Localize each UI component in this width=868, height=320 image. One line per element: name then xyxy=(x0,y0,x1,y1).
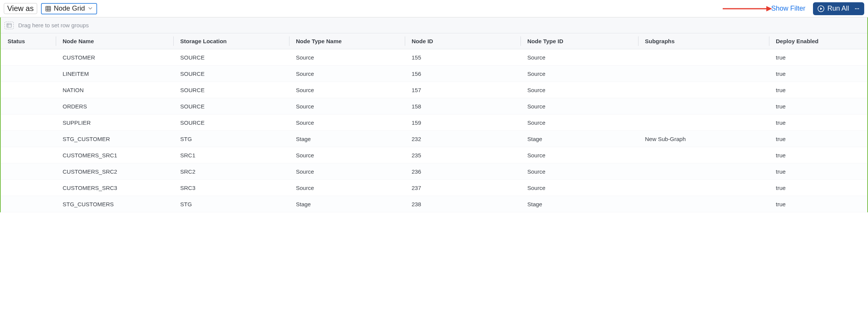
cell-deploy-enabled: true xyxy=(769,131,867,147)
cell-node-id: 238 xyxy=(405,196,520,212)
table-row[interactable]: ORDERSSOURCESource158Sourcetrue xyxy=(1,98,867,115)
cell-node-id: 156 xyxy=(405,66,520,82)
cell-node-type-id: Source xyxy=(520,147,638,163)
cell-node-type-name: Source xyxy=(289,180,405,196)
row-group-dropzone[interactable]: Drag here to set row groups xyxy=(1,17,867,33)
cell-node-id: 237 xyxy=(405,180,520,196)
cell-node-id: 157 xyxy=(405,82,520,98)
cell-node-id: 159 xyxy=(405,115,520,130)
cell-node-name: ORDERS xyxy=(56,98,173,114)
table-row[interactable]: CUSTOMERSOURCESource155Sourcetrue xyxy=(1,49,867,66)
cell-storage-location: SOURCE xyxy=(173,82,289,98)
col-header-node-type-id[interactable]: Node Type ID xyxy=(520,33,638,49)
cell-node-type-name: Source xyxy=(289,49,405,65)
cell-deploy-enabled: true xyxy=(769,66,867,82)
cell-node-name: NATION xyxy=(56,82,173,98)
grid-header-row: Status Node Name Storage Location Node T… xyxy=(1,33,867,49)
cell-storage-location: SRC1 xyxy=(173,147,289,163)
view-as-select[interactable]: Node Grid xyxy=(41,3,97,14)
col-header-node-name[interactable]: Node Name xyxy=(56,33,173,49)
col-header-deploy-enabled[interactable]: Deploy Enabled xyxy=(769,33,867,49)
cell-storage-location: SOURCE xyxy=(173,66,289,82)
cell-subgraphs xyxy=(638,163,769,179)
col-header-node-type-name[interactable]: Node Type Name xyxy=(289,33,405,49)
cell-node-name: STG_CUSTOMERS xyxy=(56,196,173,212)
cell-subgraphs xyxy=(638,82,769,98)
play-circle-icon xyxy=(818,5,824,12)
toolbar-left: View as Node Grid xyxy=(4,3,97,14)
cell-node-type-name: Source xyxy=(289,98,405,114)
run-all-label: Run All xyxy=(827,5,849,13)
group-rows-icon xyxy=(5,22,14,29)
table-row[interactable]: LINEITEMSOURCESource156Sourcetrue xyxy=(1,66,867,82)
cell-node-type-name: Stage xyxy=(289,196,405,212)
cell-deploy-enabled: true xyxy=(769,82,867,98)
col-header-storage-location[interactable]: Storage Location xyxy=(173,33,289,49)
cell-node-type-name: Source xyxy=(289,82,405,98)
cell-node-type-name: Source xyxy=(289,163,405,179)
cell-subgraphs xyxy=(638,98,769,114)
cell-deploy-enabled: true xyxy=(769,163,867,179)
cell-node-type-id: Source xyxy=(520,115,638,130)
cell-status xyxy=(1,49,56,65)
cell-subgraphs xyxy=(638,66,769,82)
show-filter-link[interactable]: Show Filter xyxy=(771,5,805,13)
cell-deploy-enabled: true xyxy=(769,180,867,196)
cell-deploy-enabled: true xyxy=(769,98,867,114)
svg-point-8 xyxy=(858,8,859,9)
cell-node-id: 236 xyxy=(405,163,520,179)
svg-point-6 xyxy=(855,8,856,9)
cell-subgraphs xyxy=(638,115,769,130)
cell-status xyxy=(1,163,56,179)
svg-rect-9 xyxy=(7,24,11,27)
table-row[interactable]: CUSTOMERS_SRC1SRC1Source235Sourcetrue xyxy=(1,147,867,163)
cell-node-id: 158 xyxy=(405,98,520,114)
cell-node-type-name: Source xyxy=(289,66,405,82)
cell-node-type-id: Source xyxy=(520,49,638,65)
col-header-node-id[interactable]: Node ID xyxy=(405,33,520,49)
cell-deploy-enabled: true xyxy=(769,147,867,163)
cell-node-type-name: Source xyxy=(289,147,405,163)
cell-status xyxy=(1,196,56,212)
view-as-label: View as xyxy=(4,3,37,14)
node-grid: Drag here to set row groups Status Node … xyxy=(0,17,868,212)
svg-point-7 xyxy=(857,8,858,9)
cell-storage-location: STG xyxy=(173,131,289,147)
row-group-placeholder: Drag here to set row groups xyxy=(18,22,89,28)
cell-node-name: CUSTOMERS_SRC3 xyxy=(56,180,173,196)
top-toolbar: View as Node Grid Show Filter xyxy=(0,0,868,17)
table-row[interactable]: NATIONSOURCESource157Sourcetrue xyxy=(1,82,867,98)
cell-subgraphs: New Sub-Graph xyxy=(638,131,769,147)
table-row[interactable]: STG_CUSTOMERSTGStage232StageNew Sub-Grap… xyxy=(1,131,867,147)
view-as-value: Node Grid xyxy=(54,5,85,13)
cell-storage-location: STG xyxy=(173,196,289,212)
cell-status xyxy=(1,131,56,147)
cell-subgraphs xyxy=(638,180,769,196)
cell-node-type-id: Source xyxy=(520,98,638,114)
cell-node-type-id: Source xyxy=(520,163,638,179)
cell-status xyxy=(1,82,56,98)
col-header-status[interactable]: Status xyxy=(1,33,56,49)
grid-body: CUSTOMERSOURCESource155SourcetrueLINEITE… xyxy=(1,49,867,212)
cell-deploy-enabled: true xyxy=(769,115,867,130)
cell-storage-location: SRC2 xyxy=(173,163,289,179)
table-row[interactable]: STG_CUSTOMERSSTGStage238Stagetrue xyxy=(1,196,867,212)
cell-node-type-name: Stage xyxy=(289,131,405,147)
cell-storage-location: SOURCE xyxy=(173,49,289,65)
cell-node-type-id: Source xyxy=(520,82,638,98)
cell-node-type-name: Source xyxy=(289,115,405,130)
table-row[interactable]: SUPPLIERSOURCESource159Sourcetrue xyxy=(1,115,867,131)
table-row[interactable]: CUSTOMERS_SRC3SRC3Source237Sourcetrue xyxy=(1,180,867,196)
cell-node-name: CUSTOMER xyxy=(56,49,173,65)
cell-node-name: LINEITEM xyxy=(56,66,173,82)
run-all-button[interactable]: Run All xyxy=(813,2,864,15)
cell-status xyxy=(1,180,56,196)
chevron-down-icon xyxy=(88,5,93,12)
cell-deploy-enabled: true xyxy=(769,49,867,65)
cell-node-name: CUSTOMERS_SRC2 xyxy=(56,163,173,179)
cell-storage-location: SRC3 xyxy=(173,180,289,196)
cell-node-id: 155 xyxy=(405,49,520,65)
col-header-subgraphs[interactable]: Subgraphs xyxy=(638,33,769,49)
ellipsis-icon[interactable] xyxy=(854,6,860,11)
table-row[interactable]: CUSTOMERS_SRC2SRC2Source236Sourcetrue xyxy=(1,163,867,180)
